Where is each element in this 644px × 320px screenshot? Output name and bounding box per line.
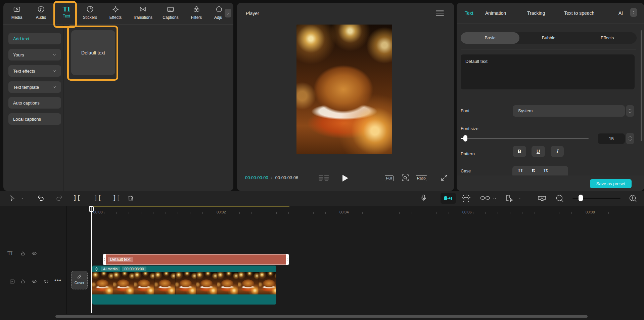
record-voiceover-icon[interactable] (420, 194, 427, 203)
nav-tab-stickers[interactable]: Stickers (83, 5, 97, 20)
slider-thumb[interactable] (463, 135, 467, 142)
delete-icon[interactable] (127, 194, 134, 202)
video-clip[interactable]: AI media 00:00:03:00 (92, 266, 276, 305)
select-range-icon[interactable] (506, 194, 514, 202)
sidebar-item-yours[interactable]: Yours (8, 49, 61, 61)
preview-zoom-icon[interactable] (401, 174, 409, 182)
timeline-toolbar: ][ ][ ][ (0, 191, 644, 206)
default-text-card[interactable]: Default text (71, 30, 115, 75)
nav-tab-transitions[interactable]: Transitions (133, 5, 152, 20)
preview-video-frame[interactable] (296, 25, 392, 154)
text-content-textarea[interactable]: Default text (461, 54, 635, 89)
nav-tab-filters[interactable]: Filters (191, 5, 202, 20)
ai-sparkle-icon (94, 267, 99, 271)
play-button[interactable] (341, 174, 349, 182)
italic-button[interactable]: I (551, 146, 564, 157)
zoom-to-fit-icon[interactable] (537, 194, 547, 202)
track-header-divider (66, 206, 67, 314)
text-track-lock-icon[interactable] (20, 251, 26, 256)
split-clip-icon[interactable]: ][ (73, 195, 81, 201)
subtab-bubble[interactable]: Bubble (519, 32, 578, 44)
font-size-slider[interactable] (461, 138, 589, 139)
tab-tracking[interactable]: Tracking (527, 3, 545, 24)
delete-left-icon[interactable]: ][ (94, 195, 102, 201)
text-clip-right-handle[interactable] (286, 254, 288, 265)
current-time: 00:00:00:00 (245, 175, 268, 180)
underline-button[interactable]: U (532, 146, 545, 157)
chevron-down-icon (52, 85, 56, 89)
link-chevron-icon[interactable] (492, 197, 497, 201)
playhead-line[interactable] (91, 206, 92, 313)
save-as-preset-button[interactable]: Save as preset (590, 179, 632, 188)
audio-icon (37, 5, 45, 13)
sidebar-item-auto-captions[interactable]: Auto captions (8, 97, 61, 109)
sidebar-item-text-effects[interactable]: Text effects (8, 65, 61, 77)
tab-animation[interactable]: Animation (485, 3, 506, 24)
video-track-mute-icon[interactable] (43, 278, 50, 284)
nav-expand-button[interactable] (225, 9, 231, 17)
zoom-out-icon[interactable] (555, 194, 564, 203)
inspector-tabs-expand-button[interactable] (630, 8, 637, 17)
video-clip-audio-strip (92, 294, 276, 305)
subtab-basic[interactable]: Basic (461, 32, 519, 44)
select-range-chevron-icon[interactable] (518, 197, 522, 201)
nav-tab-audio[interactable]: Audio (36, 5, 46, 20)
frame-list-icon[interactable] (319, 175, 329, 181)
zoom-in-icon[interactable] (629, 194, 637, 203)
auto-preview-icon[interactable] (461, 194, 471, 203)
video-track-visibility-icon[interactable] (31, 279, 37, 284)
tab-text-to-speech[interactable]: Text to speech (564, 3, 594, 24)
edit-cover-button[interactable]: Cover (71, 271, 88, 289)
video-clip-badge: AI media (101, 267, 120, 271)
font-size-input[interactable]: 15 (598, 133, 625, 144)
case-lower-button[interactable]: tt (532, 168, 535, 173)
delete-right-icon[interactable]: ][ (113, 195, 121, 201)
select-tool-icon[interactable] (9, 195, 16, 202)
inspector-scrollbar[interactable] (641, 30, 642, 141)
tab-text[interactable]: Text (465, 3, 473, 24)
text-clip-left-handle[interactable] (103, 254, 106, 265)
full-button[interactable]: Full (385, 175, 394, 181)
timeline-horizontal-scrollbar[interactable] (55, 315, 588, 318)
video-track-more-button[interactable]: ••• (54, 277, 61, 284)
link-clips-icon[interactable] (480, 195, 490, 201)
text-track-icon: TI (7, 250, 13, 256)
text-clip[interactable]: Default text (103, 254, 289, 265)
transport-bar: 00:00:00:00 / 00:00:03:06 (245, 175, 298, 180)
magnetic-snap-button[interactable] (441, 193, 456, 204)
fullscreen-icon[interactable] (440, 174, 448, 182)
video-track-lock-icon[interactable] (20, 279, 26, 284)
timeline-zoom-slider-thumb[interactable] (579, 195, 583, 201)
tab-ai[interactable]: AI (618, 3, 623, 24)
nav-tab-effects[interactable]: Effects (109, 5, 122, 20)
case-upper-button[interactable]: TT (518, 168, 523, 173)
sidebar-item-label: Add text (13, 36, 29, 41)
subtab-effects[interactable]: Effects (578, 32, 637, 44)
font-stepper[interactable] (626, 105, 634, 117)
undo-icon[interactable] (37, 194, 45, 202)
timeline-zoom-slider[interactable] (572, 198, 620, 199)
font-select[interactable]: System (513, 105, 625, 117)
ratio-button[interactable]: Ratio (416, 175, 427, 181)
case-title-button[interactable]: Tt (544, 168, 548, 173)
select-tool-chevron-icon[interactable] (19, 197, 24, 201)
inspector-tab-bar (457, 3, 644, 24)
nav-tab-adjustment[interactable]: Adju (214, 5, 222, 20)
playhead-handle[interactable] (89, 206, 94, 212)
filters-icon (192, 5, 200, 13)
redo-icon[interactable] (55, 194, 63, 202)
timeline-ruler[interactable]: 00:0000:0200:0400:0600:08 (66, 206, 644, 220)
nav-tab-captions[interactable]: Captions (163, 5, 178, 20)
sidebar-item-text-template[interactable]: Text template (8, 81, 61, 93)
nav-tab-media[interactable]: Media (11, 5, 22, 20)
bold-button[interactable]: B (513, 146, 526, 157)
font-size-label: Font size (461, 126, 478, 131)
sidebar-item-local-captions[interactable]: Local captions (8, 113, 61, 125)
font-size-stepper[interactable] (626, 133, 634, 144)
effects-icon (112, 5, 120, 13)
sidebar-item-add-text[interactable]: Add text (8, 33, 61, 44)
nav-tab-text[interactable]: TI Text (63, 5, 70, 18)
video-thumbnail (238, 272, 259, 294)
player-menu-button[interactable] (436, 9, 444, 17)
text-track-visibility-icon[interactable] (31, 251, 37, 256)
